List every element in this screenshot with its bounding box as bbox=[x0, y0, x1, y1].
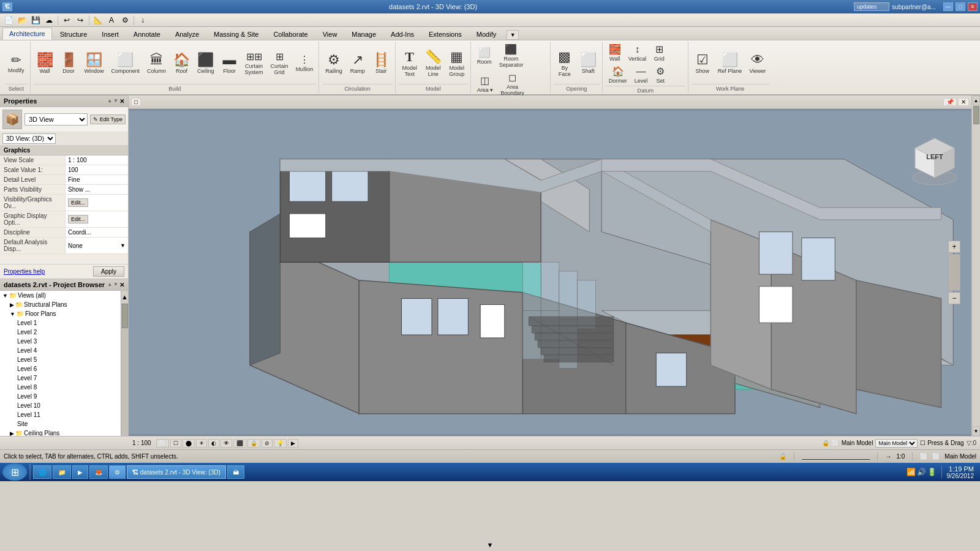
wall-tool[interactable]: 🧱 Wall bbox=[34, 51, 56, 76]
taskbar-photo[interactable]: 🏔 bbox=[227, 465, 244, 479]
visibility-edit-button[interactable]: Edit... bbox=[68, 198, 88, 207]
qa-measure[interactable]: 📐 bbox=[92, 15, 104, 26]
viewport-close[interactable]: ✕ bbox=[958, 98, 969, 106]
browser-expand[interactable]: ▼ bbox=[113, 282, 118, 288]
ribbon-options[interactable]: ▼ bbox=[507, 30, 519, 40]
taskbar-firefox[interactable]: 🦊 bbox=[89, 465, 108, 479]
grid-tool[interactable]: ⊞ Grid bbox=[650, 43, 668, 64]
properties-collapse[interactable]: ▲ bbox=[107, 98, 112, 105]
visual-style-button[interactable]: ⬤ bbox=[183, 439, 195, 448]
room-tool[interactable]: ⬜ Room bbox=[474, 46, 495, 67]
prop-dropdown-arrow[interactable]: ▼ bbox=[120, 242, 126, 249]
properties-close[interactable]: ✕ bbox=[119, 98, 124, 105]
browser-scrollbar[interactable]: ▲ ▼ bbox=[121, 291, 128, 436]
vertical-tool[interactable]: ↕ Vertical bbox=[625, 43, 650, 64]
tab-insert[interactable]: Insert bbox=[95, 28, 126, 40]
project-browser-scroll[interactable]: ▼ 📁 Views (all) ▶ 📁 Structural Plans bbox=[0, 291, 121, 436]
model-select[interactable]: Main Model bbox=[875, 439, 918, 448]
tab-analyze[interactable]: Analyze bbox=[168, 28, 206, 40]
ref-plane-tool[interactable]: ⬜ Ref Plane bbox=[715, 51, 745, 76]
right-gutter-scrollbar[interactable]: ▲ ▼ bbox=[971, 96, 980, 436]
edit-type-button[interactable]: ✎ Edit Type bbox=[90, 114, 126, 124]
browser-close[interactable]: ✕ bbox=[119, 282, 124, 288]
ceiling-plans-row[interactable]: ▶ 📁 Ceiling Plans bbox=[7, 429, 121, 436]
level-tool[interactable]: — Level bbox=[631, 65, 651, 86]
stair-tool[interactable]: 🪜 Stair bbox=[370, 51, 393, 76]
ramp-tool[interactable]: ↗ Ramp bbox=[347, 51, 369, 76]
zoom-in-button[interactable]: + bbox=[948, 241, 960, 253]
crop-region-button[interactable]: ⬛ bbox=[233, 439, 246, 448]
viewport-pin[interactable]: 📌 bbox=[943, 98, 957, 106]
qa-settings[interactable]: ⚙ bbox=[119, 15, 131, 26]
scale-button[interactable]: ⬜ bbox=[156, 439, 169, 448]
tab-collaborate[interactable]: Collaborate bbox=[266, 28, 314, 40]
detail-level-button[interactable]: ☐ bbox=[170, 439, 181, 448]
zoom-out-button[interactable]: − bbox=[948, 292, 960, 304]
worksharing-button[interactable]: ▶ bbox=[288, 439, 298, 448]
show-hidden-button[interactable]: 👁 bbox=[221, 439, 232, 448]
model-text-tool[interactable]: T ModelText bbox=[399, 48, 421, 79]
level-7-row[interactable]: Level 7 bbox=[15, 374, 121, 382]
graphics-group-header[interactable]: Graphics bbox=[0, 146, 128, 156]
area-tool[interactable]: ◫ Area ▾ bbox=[474, 74, 497, 95]
level-11-row[interactable]: Level 11 bbox=[15, 411, 121, 419]
ceiling-tool[interactable]: ⬛ Ceiling bbox=[194, 51, 217, 76]
tab-extensions[interactable]: Extensions bbox=[422, 28, 469, 40]
tab-architecture[interactable]: Architecture bbox=[2, 28, 52, 40]
graphic-display-edit-button[interactable]: Edit... bbox=[68, 215, 88, 223]
level-2-row[interactable]: Level 2 bbox=[15, 328, 121, 336]
viewport-scroll-thumb[interactable] bbox=[973, 106, 979, 124]
qa-text[interactable]: A bbox=[105, 15, 118, 26]
tab-annotate[interactable]: Annotate bbox=[127, 28, 167, 40]
qa-new[interactable]: 📄 bbox=[2, 15, 15, 26]
properties-scroll[interactable]: Graphics View Scale 1 : 100 Scale Value … bbox=[0, 146, 128, 264]
qa-sync[interactable]: ☁ bbox=[43, 15, 55, 26]
model-line-tool[interactable]: 📏 ModelLine bbox=[422, 48, 445, 79]
start-button[interactable]: ⊞ bbox=[2, 463, 27, 481]
taskbar-revit-active[interactable]: 🏗 datasets 2.rvt - 3D View: (3D) bbox=[127, 465, 226, 479]
taskbar-revit[interactable]: ⚙ bbox=[109, 465, 126, 479]
level-1-row[interactable]: Level 1 bbox=[15, 319, 121, 327]
viewport-maximize[interactable]: □ bbox=[131, 98, 141, 106]
building-3d-view[interactable]: LEFT + − bbox=[129, 109, 971, 436]
structural-plans-row[interactable]: ▶ 📁 Structural Plans bbox=[7, 301, 121, 309]
model-group-tool[interactable]: ▦ ModelGroup bbox=[446, 48, 468, 79]
set-tool[interactable]: ⚙ Set bbox=[652, 65, 669, 86]
curtain-system-tool[interactable]: ⊞⊞ CurtainSystem bbox=[242, 50, 266, 77]
zoom-slider[interactable] bbox=[948, 254, 960, 291]
minimize-button[interactable]: — bbox=[943, 2, 953, 11]
view-name-select[interactable]: 3D View bbox=[24, 113, 88, 126]
apply-button[interactable]: Apply bbox=[93, 266, 124, 277]
taskbar-ie[interactable]: 🌐 bbox=[33, 465, 51, 479]
tray-network[interactable]: 📶 bbox=[907, 468, 916, 476]
level-10-row[interactable]: Level 10 bbox=[15, 402, 121, 410]
tab-modify[interactable]: Modify bbox=[470, 28, 503, 40]
reveal-hidden-button[interactable]: 💡 bbox=[274, 439, 287, 448]
sun-path-button[interactable]: ☀ bbox=[196, 439, 207, 448]
search-box[interactable]: updates bbox=[854, 2, 889, 11]
by-face-tool[interactable]: ▩ ByFace bbox=[554, 48, 576, 79]
tab-structure[interactable]: Structure bbox=[53, 28, 94, 40]
floor-tool[interactable]: ▬ Floor bbox=[219, 51, 241, 76]
qa-save[interactable]: 💾 bbox=[29, 15, 42, 26]
tray-volume[interactable]: 🔊 bbox=[917, 468, 926, 476]
viewport[interactable]: □ 📌 ✕ bbox=[129, 96, 971, 436]
shadows-button[interactable]: ◐ bbox=[208, 439, 219, 448]
door-tool[interactable]: 🚪 Door bbox=[58, 51, 80, 76]
view-type-select[interactable]: 3D View: (3D) bbox=[2, 133, 56, 144]
railing-tool[interactable]: ⚙ Railing bbox=[322, 51, 345, 76]
level-9-row[interactable]: Level 9 bbox=[15, 392, 121, 400]
taskbar-media[interactable]: ▶ bbox=[72, 465, 88, 479]
close-button[interactable]: ✕ bbox=[968, 2, 978, 11]
component-tool[interactable]: ⬜ Component bbox=[108, 51, 143, 76]
navigation-cube[interactable]: LEFT bbox=[904, 127, 965, 189]
tray-battery[interactable]: 🔋 bbox=[927, 468, 937, 476]
dormer-tool[interactable]: 🏠 Dormer bbox=[606, 65, 630, 86]
curtain-grid-tool[interactable]: ⊞ CurtainGrid bbox=[268, 50, 292, 77]
show-tool[interactable]: ☑ Show bbox=[692, 51, 714, 76]
window-controls-right[interactable]: updates subpartner@a... — □ ✕ bbox=[854, 2, 978, 11]
tab-manage[interactable]: Manage bbox=[345, 28, 383, 40]
tab-view[interactable]: View bbox=[316, 28, 344, 40]
temp-hide-button[interactable]: ⊘ bbox=[262, 439, 273, 448]
wall-datum-tool[interactable]: 🧱 Wall bbox=[606, 43, 624, 64]
